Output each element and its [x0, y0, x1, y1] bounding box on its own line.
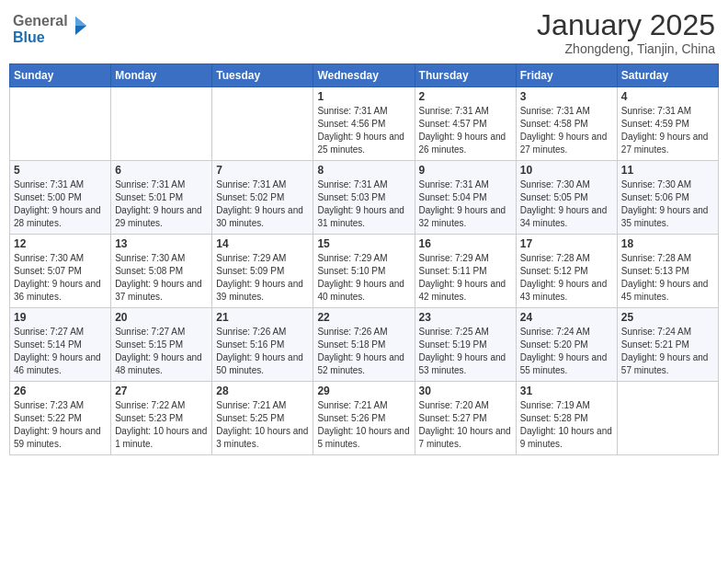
- day-number: 19: [14, 311, 107, 324]
- day-number: 8: [317, 164, 410, 177]
- calendar-cell: 14Sunrise: 7:29 AMSunset: 5:09 PMDayligh…: [212, 235, 313, 308]
- day-number: 27: [115, 385, 208, 397]
- calendar-cell: 19Sunrise: 7:27 AMSunset: 5:14 PMDayligh…: [10, 308, 111, 382]
- calendar-cell: 13Sunrise: 7:30 AMSunset: 5:08 PMDayligh…: [111, 235, 212, 308]
- day-number: 21: [216, 311, 309, 324]
- day-number: 4: [621, 90, 714, 103]
- day-number: 16: [419, 237, 512, 250]
- month-title: January 2025: [537, 9, 715, 41]
- day-number: 9: [419, 164, 512, 177]
- calendar-cell: 31Sunrise: 7:19 AMSunset: 5:28 PMDayligh…: [516, 382, 617, 455]
- calendar-cell: [617, 382, 718, 455]
- day-number: 30: [419, 385, 512, 397]
- calendar-cell: 16Sunrise: 7:29 AMSunset: 5:11 PMDayligh…: [415, 235, 516, 308]
- day-number: 1: [317, 90, 410, 103]
- calendar-cell: 3Sunrise: 7:31 AMSunset: 4:58 PMDaylight…: [516, 87, 617, 161]
- col-friday: Friday: [516, 64, 617, 87]
- day-info: Sunrise: 7:30 AMSunset: 5:07 PMDaylight:…: [14, 252, 107, 304]
- calendar-week-row: 12Sunrise: 7:30 AMSunset: 5:07 PMDayligh…: [10, 235, 719, 308]
- location: Zhongdeng, Tianjin, China: [537, 41, 715, 56]
- calendar-table: Sunday Monday Tuesday Wednesday Thursday…: [9, 63, 719, 455]
- calendar-cell: [212, 87, 313, 161]
- calendar-cell: [10, 87, 111, 161]
- svg-text:General: General: [13, 13, 68, 29]
- calendar-cell: 28Sunrise: 7:21 AMSunset: 5:25 PMDayligh…: [212, 382, 313, 455]
- day-info: Sunrise: 7:27 AMSunset: 5:14 PMDaylight:…: [14, 326, 107, 377]
- page-header: General Blue January 2025 Zhongdeng, Tia…: [9, 9, 719, 56]
- calendar-cell: 27Sunrise: 7:22 AMSunset: 5:23 PMDayligh…: [111, 382, 212, 455]
- day-info: Sunrise: 7:27 AMSunset: 5:15 PMDaylight:…: [115, 326, 208, 377]
- day-number: 14: [216, 237, 309, 250]
- logo: General Blue: [13, 9, 96, 52]
- calendar-week-row: 26Sunrise: 7:23 AMSunset: 5:22 PMDayligh…: [10, 382, 719, 455]
- day-info: Sunrise: 7:31 AMSunset: 5:01 PMDaylight:…: [115, 178, 208, 230]
- day-info: Sunrise: 7:31 AMSunset: 4:59 PMDaylight:…: [621, 105, 714, 156]
- day-number: 13: [115, 237, 208, 250]
- day-number: 12: [14, 237, 107, 250]
- day-info: Sunrise: 7:25 AMSunset: 5:19 PMDaylight:…: [419, 326, 512, 377]
- day-info: Sunrise: 7:20 AMSunset: 5:27 PMDaylight:…: [419, 399, 512, 451]
- weekday-header-row: Sunday Monday Tuesday Wednesday Thursday…: [10, 64, 719, 87]
- day-info: Sunrise: 7:31 AMSunset: 4:57 PMDaylight:…: [419, 105, 512, 156]
- day-info: Sunrise: 7:21 AMSunset: 5:26 PMDaylight:…: [317, 399, 410, 451]
- day-info: Sunrise: 7:23 AMSunset: 5:22 PMDaylight:…: [14, 399, 107, 451]
- calendar-week-row: 1Sunrise: 7:31 AMSunset: 4:56 PMDaylight…: [10, 87, 719, 161]
- day-info: Sunrise: 7:31 AMSunset: 4:56 PMDaylight:…: [317, 105, 410, 156]
- calendar-cell: 2Sunrise: 7:31 AMSunset: 4:57 PMDaylight…: [415, 87, 516, 161]
- col-tuesday: Tuesday: [212, 64, 313, 87]
- col-saturday: Saturday: [617, 64, 718, 87]
- day-info: Sunrise: 7:31 AMSunset: 5:03 PMDaylight:…: [317, 178, 410, 230]
- day-info: Sunrise: 7:24 AMSunset: 5:20 PMDaylight:…: [520, 326, 613, 377]
- col-monday: Monday: [111, 64, 212, 87]
- day-info: Sunrise: 7:29 AMSunset: 5:10 PMDaylight:…: [317, 252, 410, 304]
- day-number: 11: [621, 164, 714, 177]
- day-number: 5: [14, 164, 107, 177]
- day-number: 3: [520, 90, 613, 103]
- day-info: Sunrise: 7:31 AMSunset: 5:00 PMDaylight:…: [14, 178, 107, 230]
- day-number: 18: [621, 237, 714, 250]
- calendar-cell: 29Sunrise: 7:21 AMSunset: 5:26 PMDayligh…: [313, 382, 415, 455]
- calendar-cell: 20Sunrise: 7:27 AMSunset: 5:15 PMDayligh…: [111, 308, 212, 382]
- logo-text: General Blue: [13, 9, 96, 52]
- day-info: Sunrise: 7:26 AMSunset: 5:16 PMDaylight:…: [216, 326, 309, 377]
- day-number: 2: [419, 90, 512, 103]
- day-number: 20: [115, 311, 208, 324]
- day-number: 25: [621, 311, 714, 324]
- day-info: Sunrise: 7:29 AMSunset: 5:11 PMDaylight:…: [419, 252, 512, 304]
- day-number: 28: [216, 385, 309, 397]
- day-number: 15: [317, 237, 410, 250]
- calendar-cell: 26Sunrise: 7:23 AMSunset: 5:22 PMDayligh…: [10, 382, 111, 455]
- day-info: Sunrise: 7:22 AMSunset: 5:23 PMDaylight:…: [115, 399, 208, 451]
- calendar-cell: 11Sunrise: 7:30 AMSunset: 5:06 PMDayligh…: [617, 161, 718, 235]
- day-info: Sunrise: 7:21 AMSunset: 5:25 PMDaylight:…: [216, 399, 309, 451]
- calendar-cell: 1Sunrise: 7:31 AMSunset: 4:56 PMDaylight…: [313, 87, 415, 161]
- col-thursday: Thursday: [415, 64, 516, 87]
- day-number: 17: [520, 237, 613, 250]
- calendar-cell: 15Sunrise: 7:29 AMSunset: 5:10 PMDayligh…: [313, 235, 415, 308]
- day-info: Sunrise: 7:24 AMSunset: 5:21 PMDaylight:…: [621, 326, 714, 377]
- day-info: Sunrise: 7:28 AMSunset: 5:13 PMDaylight:…: [621, 252, 714, 304]
- day-info: Sunrise: 7:26 AMSunset: 5:18 PMDaylight:…: [317, 326, 410, 377]
- svg-marker-3: [75, 17, 86, 26]
- day-info: Sunrise: 7:30 AMSunset: 5:06 PMDaylight:…: [621, 178, 714, 230]
- calendar-cell: 10Sunrise: 7:30 AMSunset: 5:05 PMDayligh…: [516, 161, 617, 235]
- calendar-cell: 18Sunrise: 7:28 AMSunset: 5:13 PMDayligh…: [617, 235, 718, 308]
- calendar-cell: 6Sunrise: 7:31 AMSunset: 5:01 PMDaylight…: [111, 161, 212, 235]
- day-number: 29: [317, 385, 410, 397]
- day-number: 31: [520, 385, 613, 397]
- col-sunday: Sunday: [10, 64, 111, 87]
- day-info: Sunrise: 7:30 AMSunset: 5:05 PMDaylight:…: [520, 178, 613, 230]
- calendar-cell: 22Sunrise: 7:26 AMSunset: 5:18 PMDayligh…: [313, 308, 415, 382]
- calendar-cell: 12Sunrise: 7:30 AMSunset: 5:07 PMDayligh…: [10, 235, 111, 308]
- calendar-page: General Blue January 2025 Zhongdeng, Tia…: [0, 0, 728, 563]
- calendar-cell: 9Sunrise: 7:31 AMSunset: 5:04 PMDaylight…: [415, 161, 516, 235]
- day-info: Sunrise: 7:30 AMSunset: 5:08 PMDaylight:…: [115, 252, 208, 304]
- day-info: Sunrise: 7:19 AMSunset: 5:28 PMDaylight:…: [520, 399, 613, 451]
- day-info: Sunrise: 7:28 AMSunset: 5:12 PMDaylight:…: [520, 252, 613, 304]
- calendar-cell: 21Sunrise: 7:26 AMSunset: 5:16 PMDayligh…: [212, 308, 313, 382]
- day-info: Sunrise: 7:29 AMSunset: 5:09 PMDaylight:…: [216, 252, 309, 304]
- calendar-cell: [111, 87, 212, 161]
- calendar-cell: 30Sunrise: 7:20 AMSunset: 5:27 PMDayligh…: [415, 382, 516, 455]
- day-number: 22: [317, 311, 410, 324]
- day-number: 10: [520, 164, 613, 177]
